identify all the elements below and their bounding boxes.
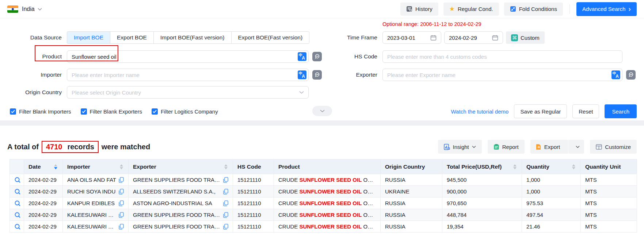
translate-icon[interactable]: 中 A — [611, 70, 620, 79]
col-hs-code: HS Code — [233, 160, 274, 174]
total-price-cell: 448,784 — [442, 209, 522, 221]
quantity-unit-cell: MTS — [581, 186, 637, 197]
star-icon: ★ — [449, 6, 455, 12]
copy-icon[interactable] — [223, 224, 228, 230]
filter-logitics-company-checkbox[interactable]: Filter Logitics Company — [152, 108, 218, 115]
product-input[interactable] — [72, 54, 304, 60]
row-detail-cell — [10, 186, 24, 197]
sort-icons[interactable] — [572, 164, 576, 169]
export-button[interactable]: Export — [530, 140, 565, 154]
total-prefix: A total of — [7, 143, 39, 151]
time-frame-label: Time Frame — [309, 34, 382, 41]
insight-button[interactable]: BI Insight — [438, 140, 482, 154]
chevron-right-icon: › — [628, 5, 631, 12]
country-selector-label[interactable]: India — [22, 6, 35, 12]
regular-cond-button[interactable]: ★ Regular Cond. — [443, 3, 499, 16]
tab-export-boe-fast[interactable]: Export BOE(Fast version) — [232, 32, 309, 43]
col-label: Quantity — [526, 164, 549, 170]
reset-button[interactable]: Reset — [572, 104, 599, 118]
importer-cell: KALEESUWARI REF — [63, 209, 129, 221]
hs-code-cell: 15121110 — [233, 174, 274, 186]
row-detail-cell — [10, 174, 24, 186]
search-detail-icon[interactable] — [14, 212, 21, 218]
calendar-icon[interactable] — [492, 35, 498, 41]
table-row: 2024-02-29 KALEESUWARI REF GREEN SUPPLIE… — [10, 221, 637, 233]
date-start-input[interactable]: 2023-03-01 — [382, 31, 441, 44]
origin-country-select[interactable]: Please select Origin Country — [67, 86, 309, 99]
custom-range-button[interactable]: ⌘ Custom — [506, 31, 545, 44]
copy-icon[interactable] — [223, 212, 228, 218]
row-detail-column-header — [10, 160, 24, 174]
customize-button[interactable]: Customize — [590, 140, 637, 154]
col-total-price[interactable]: Total Price(USD,Ref) — [442, 160, 522, 174]
col-exporter[interactable]: Exporter — [129, 160, 233, 174]
hs-code-row: HS Code — [309, 50, 622, 63]
exporter-cell: GREEN SUPPLIERS FOOD TRADI... — [129, 209, 233, 221]
origin-country-cell: RUSSIA — [381, 209, 442, 221]
copy-icon[interactable] — [223, 177, 228, 183]
search-detail-icon[interactable] — [14, 223, 21, 230]
results-total-line: A total of 4710 records were matched — [7, 141, 150, 153]
total-price-cell: 900,000 — [442, 186, 522, 197]
copy-icon[interactable] — [119, 212, 124, 218]
tutorial-demo-link[interactable]: Watch the tutorial demo — [451, 108, 509, 115]
save-as-regular-button[interactable]: Save as Regular — [514, 104, 567, 118]
search-detail-icon[interactable] — [14, 177, 21, 183]
report-button[interactable]: Report — [488, 140, 525, 154]
translate-icon[interactable]: 中 A — [298, 70, 306, 79]
sort-icons[interactable] — [120, 164, 124, 169]
sort-icons[interactable] — [54, 164, 58, 169]
collapse-panel-button[interactable] — [312, 106, 332, 116]
importer-input[interactable] — [72, 72, 304, 78]
export-dropdown-button[interactable] — [571, 140, 584, 154]
fold-conditions-button[interactable]: Fold Conditions — [504, 3, 563, 16]
topbar: India History ★ Regular Cond. Fold Condi… — [0, 0, 644, 18]
importer-label: Importer — [0, 72, 67, 78]
search-button[interactable]: Search — [605, 104, 637, 118]
chevron-down-icon[interactable] — [38, 8, 42, 11]
tab-export-boe[interactable]: Export BOE — [110, 32, 154, 43]
filter-blank-exporters-checkbox[interactable]: Filter Blank Exporters — [81, 108, 142, 115]
fuzzy-match-icon[interactable] — [626, 70, 636, 80]
date-start-value: 2023-03-01 — [387, 35, 415, 41]
product-row: Product 中 A — [0, 50, 322, 63]
hs-code-cell: 15121110 — [233, 221, 274, 233]
col-quantity-unit: Quantity Unit — [581, 160, 637, 174]
history-button[interactable]: History — [400, 3, 438, 16]
origin-country-cell: RUSSIA — [381, 221, 442, 233]
exporter-label: Exporter — [309, 72, 382, 78]
custom-label: Custom — [521, 35, 540, 41]
copy-icon[interactable] — [223, 200, 228, 206]
col-quantity[interactable]: Quantity — [522, 160, 581, 174]
copy-icon[interactable] — [119, 224, 124, 230]
origin-country-cell: RUSSIA — [381, 174, 442, 186]
advanced-search-button[interactable]: Advanced Search › — [576, 2, 637, 16]
copy-icon[interactable] — [119, 189, 124, 195]
sort-icons[interactable] — [224, 164, 228, 169]
tab-import-boe-fast[interactable]: Import BOE(Fast version) — [154, 32, 232, 43]
copy-icon[interactable] — [119, 200, 124, 206]
col-label: Product — [278, 164, 300, 170]
chevron-down-icon — [472, 146, 476, 148]
sort-icons[interactable] — [513, 164, 517, 169]
tab-import-boe[interactable]: Import BOE — [67, 32, 110, 43]
copy-icon[interactable] — [223, 189, 228, 195]
search-detail-icon[interactable] — [14, 200, 21, 207]
importer-row: Importer 中 A — [0, 69, 322, 81]
translate-icon[interactable]: 中 A — [298, 52, 306, 61]
total-price-cell: 19,354 — [442, 221, 522, 233]
filter-blank-importers-checkbox[interactable]: Filter Blank Importers — [10, 108, 71, 115]
col-product: Product — [274, 160, 381, 174]
col-date[interactable]: Date — [24, 160, 63, 174]
hs-code-cell: 15121110 — [233, 186, 274, 197]
hs-code-input[interactable] — [387, 54, 618, 60]
exporter-input[interactable] — [387, 72, 618, 78]
search-detail-icon[interactable] — [14, 188, 21, 195]
copy-icon[interactable] — [119, 177, 124, 183]
translate-a-glyph: A — [616, 74, 619, 79]
col-importer[interactable]: Importer — [63, 160, 129, 174]
calendar-icon[interactable] — [430, 35, 437, 41]
chevron-down-icon — [299, 91, 304, 94]
date-end-input[interactable]: 2024-02-29 — [444, 31, 503, 44]
section-divider — [0, 120, 644, 126]
